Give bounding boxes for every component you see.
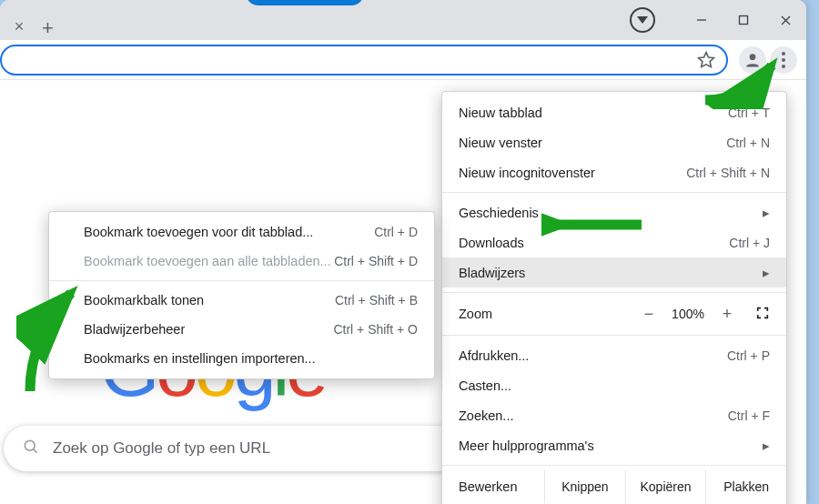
menu-item-shortcut: Ctrl + D xyxy=(374,225,418,239)
menu-item-label: Zoom xyxy=(459,307,633,321)
menu-find[interactable]: Zoeken... Ctrl + F xyxy=(442,400,786,430)
new-tab-button[interactable]: + xyxy=(42,16,54,40)
submenu-bookmark-tab[interactable]: Bookmark toevoegen voor dit tabblad... C… xyxy=(49,217,434,247)
menu-zoom: Zoom − 100% + xyxy=(442,297,786,330)
menu-item-label: Zoeken... xyxy=(459,408,728,423)
menu-item-shortcut: Ctrl + Shift + B xyxy=(335,293,418,307)
close-icon: × xyxy=(15,17,25,36)
menu-cast[interactable]: Casten... xyxy=(442,370,786,400)
profile-button[interactable] xyxy=(739,46,766,74)
menu-item-shortcut: Ctrl + J xyxy=(729,236,770,250)
incognito-icon xyxy=(630,7,655,33)
menu-item-label: Bladwijzers xyxy=(459,266,757,280)
bookmarks-submenu: Bookmark toevoegen voor dit tabblad... C… xyxy=(48,211,435,379)
tab-strip: × + xyxy=(0,0,630,40)
menu-print[interactable]: Afdrukken... Ctrl + P xyxy=(442,340,786,370)
menu-item-shortcut: Ctrl + Shift + N xyxy=(686,166,770,180)
search-icon xyxy=(22,438,40,459)
bookmark-star-icon[interactable] xyxy=(695,49,717,71)
fullscreen-button[interactable] xyxy=(755,306,770,323)
svg-marker-4 xyxy=(699,52,714,66)
submenu-show-bookmarks-bar[interactable]: ✓ Bookmarkbalk tonen Ctrl + Shift + B xyxy=(49,286,434,315)
menu-item-label: Bladwijzerbeheer xyxy=(84,322,333,337)
check-icon: ✓ xyxy=(60,293,72,307)
toolbar xyxy=(0,40,806,80)
menu-edit-row: Bewerken Knippen Kopiëren Plakken xyxy=(442,470,786,503)
search-placeholder: Zoek op Google of typ een URL xyxy=(53,439,270,458)
menu-separator xyxy=(442,465,786,466)
menu-item-label: Bookmarks en instellingen importeren... xyxy=(84,351,418,366)
menu-item-label: Geschiedenis xyxy=(459,206,757,220)
menu-history[interactable]: Geschiedenis ▸ xyxy=(442,197,786,227)
zoom-in-button[interactable]: + xyxy=(712,305,743,324)
menu-bookmarks[interactable]: Bladwijzers ▸ xyxy=(442,257,786,287)
chevron-right-icon: ▸ xyxy=(763,266,770,280)
menu-new-incognito[interactable]: Nieuw incognitovenster Ctrl + Shift + N xyxy=(442,157,786,187)
menu-separator xyxy=(442,335,786,336)
menu-item-shortcut: Ctrl + Shift + D xyxy=(334,254,418,268)
titlebar: × + xyxy=(0,0,806,40)
zoom-out-button[interactable]: − xyxy=(633,305,664,324)
menu-item-shortcut: Ctrl + N xyxy=(726,136,770,150)
menu-item-label: Nieuw tabblad xyxy=(459,106,728,120)
menu-item-label: Bewerken xyxy=(459,479,544,494)
chevron-right-icon: ▸ xyxy=(763,438,770,453)
svg-rect-1 xyxy=(740,16,748,25)
svg-point-5 xyxy=(750,54,756,60)
menu-new-window[interactable]: Nieuw venster Ctrl + N xyxy=(442,127,786,157)
window-close-button[interactable] xyxy=(764,0,806,40)
window-accent xyxy=(246,0,364,5)
menu-new-tab[interactable]: Nieuw tabblad Ctrl + T xyxy=(442,97,786,127)
zoom-value: 100% xyxy=(664,307,712,321)
menu-separator xyxy=(442,192,786,193)
menu-item-label: Bookmark toevoegen aan alle tabbladen... xyxy=(84,254,334,268)
submenu-bookmark-all: Bookmark toevoegen aan alle tabbladen...… xyxy=(49,247,434,276)
maximize-button[interactable] xyxy=(723,0,764,40)
main-menu: Nieuw tabblad Ctrl + T Nieuw venster Ctr… xyxy=(441,91,787,504)
menu-item-label: Bookmark toevoegen voor dit tabblad... xyxy=(84,225,374,239)
menu-item-label: Afdrukken... xyxy=(459,348,727,363)
svg-point-6 xyxy=(25,440,35,450)
customize-menu-button[interactable] xyxy=(770,46,797,74)
omnibox[interactable] xyxy=(0,45,728,76)
menu-item-label: Nieuw venster xyxy=(459,136,726,150)
menu-item-shortcut: Ctrl + F xyxy=(728,408,770,423)
menu-more-tools[interactable]: Meer hulpprogramma's ▸ xyxy=(442,430,786,460)
svg-line-7 xyxy=(34,449,37,453)
menu-item-label: Downloads xyxy=(459,236,729,250)
person-icon xyxy=(743,51,762,69)
window-controls xyxy=(630,0,806,40)
submenu-bookmark-manager[interactable]: Bladwijzerbeheer Ctrl + Shift + O xyxy=(49,315,434,344)
minimize-button[interactable] xyxy=(681,0,723,40)
menu-item-shortcut: Ctrl + P xyxy=(727,348,770,363)
menu-item-label: Casten... xyxy=(459,378,770,393)
submenu-import-bookmarks[interactable]: Bookmarks en instellingen importeren... xyxy=(49,344,434,373)
menu-copy[interactable]: Kopiëren xyxy=(625,470,706,503)
close-tab-button[interactable]: × xyxy=(9,13,29,40)
menu-item-label: Meer hulpprogramma's xyxy=(459,438,757,453)
menu-item-shortcut: Ctrl + Shift + O xyxy=(333,322,418,337)
menu-separator xyxy=(442,292,786,293)
menu-item-label: Nieuw incognitovenster xyxy=(459,166,686,180)
menu-downloads[interactable]: Downloads Ctrl + J xyxy=(442,227,786,257)
menu-item-shortcut: Ctrl + T xyxy=(728,106,770,120)
chevron-right-icon: ▸ xyxy=(763,206,770,220)
menu-paste[interactable]: Plakken xyxy=(705,470,786,503)
menu-separator xyxy=(49,280,434,281)
menu-item-label: Bookmarkbalk tonen xyxy=(84,293,335,307)
menu-cut[interactable]: Knippen xyxy=(544,470,625,503)
